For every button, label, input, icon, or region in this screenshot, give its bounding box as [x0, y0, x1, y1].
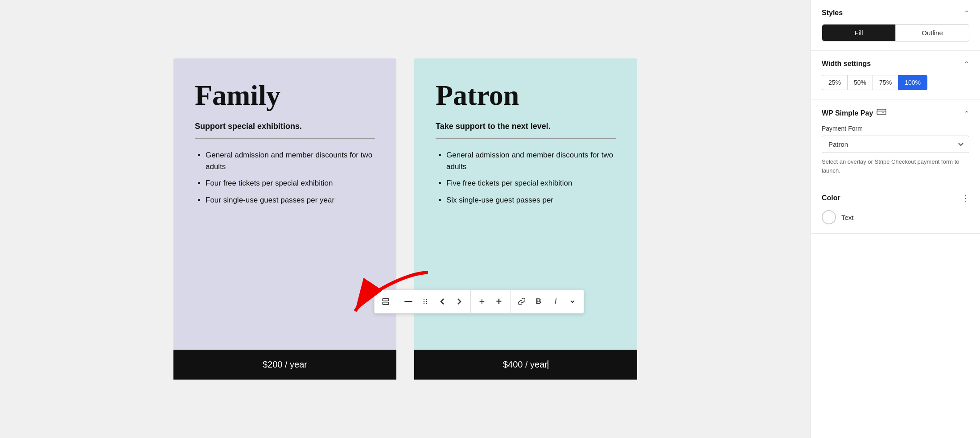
width-section-header[interactable]: Width settings ⌃: [822, 60, 969, 68]
wp-simple-pay-title: WP Simple Pay: [822, 109, 873, 117]
family-card-subtitle: Support special exhibitions.: [195, 122, 375, 131]
svg-point-3: [424, 299, 424, 300]
svg-point-5: [424, 301, 424, 302]
family-card: Family Support special exhibitions. Gene…: [173, 58, 396, 380]
width-chevron-icon: ⌃: [964, 60, 969, 67]
toolbar-minus-button[interactable]: [400, 293, 417, 310]
svg-rect-2: [404, 301, 412, 302]
canvas-area: Family Support special exhibitions. Gene…: [0, 0, 811, 438]
text-color-label: Text: [841, 214, 854, 221]
family-card-title: Family: [195, 80, 375, 111]
color-more-icon[interactable]: ⋮: [961, 193, 969, 203]
right-panel: Styles ⌃ Fill Outline Width settings ⌃ 2…: [811, 0, 980, 438]
family-card-divider: [195, 138, 375, 139]
color-section-title-group[interactable]: Color: [822, 194, 961, 202]
width-buttons-group: 25% 50% 75% 100%: [822, 75, 969, 90]
width-50-button[interactable]: 50%: [847, 75, 873, 90]
toolbar-prev-button[interactable]: [434, 293, 451, 310]
family-feature-3: Four single-use guest passes per year: [206, 194, 375, 206]
styles-section-title: Styles: [822, 9, 843, 17]
family-feature-1: General admission and member discounts f…: [206, 149, 375, 172]
patron-feature-3: Six single-use guest passes per: [446, 194, 616, 206]
payment-form-hint: Select an overlay or Stripe Checkout pay…: [822, 157, 969, 175]
toolbar-link-button[interactable]: [513, 293, 530, 310]
family-card-cta[interactable]: $200 / year: [173, 350, 396, 380]
toolbar-align-button[interactable]: [377, 293, 394, 310]
patron-feature-1: General admission and member discounts f…: [446, 149, 616, 172]
wp-simple-pay-chevron-icon: ⌃: [964, 110, 969, 117]
svg-rect-0: [383, 298, 389, 301]
patron-card-cta[interactable]: $400 / year: [414, 350, 637, 380]
patron-feature-2: Five free tickets per special exhibition: [446, 178, 616, 189]
style-buttons-group: Fill Outline: [822, 24, 969, 41]
text-color-circle[interactable]: [822, 210, 836, 224]
svg-point-6: [426, 301, 427, 302]
payment-form-select[interactable]: Family Patron: [822, 136, 969, 153]
family-card-features: General admission and member discounts f…: [195, 149, 375, 335]
payment-form-label: Payment Form: [822, 125, 969, 132]
toolbar-drag-button[interactable]: [417, 293, 434, 310]
width-75-button[interactable]: 75%: [873, 75, 898, 90]
width-25-button[interactable]: 25%: [822, 75, 848, 90]
family-feature-2: Four free tickets per special exhibition: [206, 178, 375, 189]
wp-simple-pay-icon: [877, 108, 886, 118]
fill-style-button[interactable]: Fill: [822, 25, 895, 41]
toolbar-insert-section: + +: [471, 290, 511, 313]
styles-section-header[interactable]: Styles ⌃: [822, 9, 969, 17]
svg-rect-10: [877, 109, 886, 115]
toolbar-layout-section: [397, 290, 471, 313]
wp-simple-pay-title-group: WP Simple Pay: [822, 108, 886, 118]
styles-section: Styles ⌃ Fill Outline: [811, 0, 980, 51]
width-100-button[interactable]: 100%: [898, 75, 927, 90]
color-section-title: Color: [822, 194, 840, 202]
patron-card-subtitle: Take support to the next level.: [436, 122, 616, 131]
toolbar-more-button[interactable]: [564, 293, 581, 310]
toolbar-italic-button[interactable]: I: [547, 293, 564, 310]
color-section: Color ⋮ Text: [811, 184, 980, 234]
wp-simple-pay-header[interactable]: WP Simple Pay ⌃: [822, 108, 969, 118]
width-section-title: Width settings: [822, 60, 871, 68]
styles-chevron-icon: ⌃: [964, 9, 969, 17]
svg-point-4: [426, 299, 427, 300]
toolbar-align-section: [375, 290, 397, 313]
width-section: Width settings ⌃ 25% 50% 75% 100%: [811, 51, 980, 99]
color-section-header: Color ⋮: [822, 193, 969, 203]
toolbar-bold-button[interactable]: B: [530, 293, 547, 310]
svg-rect-1: [383, 302, 389, 305]
color-text-row: Text: [822, 210, 969, 224]
toolbar-add-before-button[interactable]: +: [474, 293, 490, 310]
toolbar-add-after-button[interactable]: +: [490, 293, 507, 310]
cards-container: Family Support special exhibitions. Gene…: [173, 58, 637, 380]
patron-card-title: Patron: [436, 80, 616, 111]
outline-style-button[interactable]: Outline: [895, 25, 969, 41]
svg-point-8: [426, 303, 427, 304]
block-toolbar: + + B I: [374, 289, 584, 314]
toolbar-next-button[interactable]: [451, 293, 468, 310]
wp-simple-pay-section: WP Simple Pay ⌃ Payment Form Family Patr…: [811, 99, 980, 184]
svg-point-7: [424, 303, 424, 304]
toolbar-format-section: B I: [511, 290, 584, 313]
patron-card: Patron Take support to the next level. G…: [414, 58, 637, 380]
patron-card-divider: [436, 138, 616, 139]
